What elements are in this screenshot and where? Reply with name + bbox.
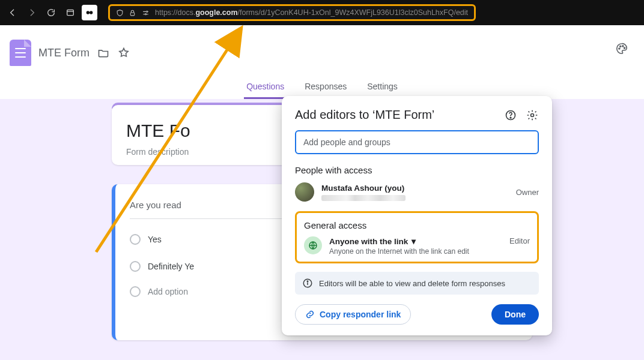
browser-bar: https://docs.google.com/forms/d/1yConK4U… bbox=[0, 0, 644, 25]
svg-point-13 bbox=[531, 113, 534, 116]
general-access-heading: General access bbox=[304, 220, 530, 230]
url-text: https://docs.google.com/forms/d/1yConK4U… bbox=[155, 8, 468, 17]
shield-icon bbox=[116, 9, 124, 17]
svg-point-7 bbox=[619, 48, 620, 49]
tab-questions[interactable]: Questions bbox=[244, 78, 287, 99]
add-people-input[interactable]: Add people and groups bbox=[295, 130, 539, 154]
reload-icon[interactable] bbox=[43, 5, 59, 20]
help-icon[interactable] bbox=[504, 109, 517, 122]
star-icon[interactable] bbox=[117, 46, 130, 59]
notice-text: Editors will be able to view and delete … bbox=[319, 279, 505, 288]
radio-icon[interactable] bbox=[130, 286, 141, 297]
window-icon[interactable] bbox=[62, 5, 78, 20]
option-label[interactable]: Yes bbox=[148, 235, 162, 244]
svg-point-2 bbox=[90, 11, 93, 14]
tune-icon bbox=[141, 9, 150, 17]
person-email-blurred bbox=[321, 195, 406, 201]
input-placeholder: Add people and groups bbox=[303, 137, 390, 147]
mask-icon[interactable] bbox=[82, 5, 97, 20]
avatar bbox=[295, 182, 314, 202]
svg-point-12 bbox=[510, 117, 511, 118]
lock-icon bbox=[129, 9, 136, 17]
form-name[interactable]: MTE Form bbox=[38, 47, 90, 59]
general-access-section: General access Anyone with the link ▾ An… bbox=[295, 211, 539, 263]
svg-point-10 bbox=[624, 47, 625, 49]
access-scope-label: Anyone with the link bbox=[329, 237, 408, 246]
add-option-label[interactable]: Add option bbox=[148, 287, 188, 296]
back-icon[interactable] bbox=[5, 5, 20, 20]
svg-point-16 bbox=[307, 281, 308, 282]
person-name: Mustafa Ashour (you) bbox=[321, 184, 406, 193]
role-label: Owner bbox=[516, 188, 539, 197]
forms-logo-icon[interactable] bbox=[10, 40, 31, 66]
access-scope-selector[interactable]: Anyone with the link ▾ bbox=[329, 236, 502, 246]
theme-icon[interactable] bbox=[613, 40, 631, 58]
radio-icon[interactable] bbox=[130, 234, 141, 245]
svg-rect-3 bbox=[130, 12, 135, 15]
svg-point-5 bbox=[145, 13, 146, 14]
svg-point-9 bbox=[622, 46, 624, 47]
dialog-title: Add editors to ‘MTE Form’ bbox=[295, 108, 434, 122]
copy-link-label: Copy responder link bbox=[320, 310, 401, 319]
svg-point-1 bbox=[87, 11, 90, 14]
option-label[interactable]: Definitely Ye bbox=[148, 262, 194, 271]
svg-rect-0 bbox=[67, 10, 74, 15]
svg-point-8 bbox=[620, 46, 621, 47]
info-icon bbox=[302, 278, 313, 289]
share-dialog: Add editors to ‘MTE Form’ Add people and… bbox=[282, 96, 552, 335]
globe-icon bbox=[304, 236, 322, 254]
forward-icon[interactable] bbox=[24, 5, 40, 20]
caret-down-icon: ▾ bbox=[412, 236, 416, 246]
copy-responder-link-button[interactable]: Copy responder link bbox=[295, 304, 411, 325]
access-role-selector[interactable]: Editor bbox=[509, 236, 530, 245]
people-with-access-heading: People with access bbox=[295, 165, 539, 175]
folder-icon[interactable] bbox=[97, 46, 110, 59]
forms-header: MTE Form bbox=[0, 25, 644, 72]
url-bar[interactable]: https://docs.google.com/forms/d/1yConK4U… bbox=[108, 4, 476, 21]
radio-icon[interactable] bbox=[130, 261, 141, 272]
editor-notice: Editors will be able to view and delete … bbox=[295, 272, 539, 295]
done-button[interactable]: Done bbox=[491, 304, 539, 325]
link-icon bbox=[305, 310, 315, 319]
gear-icon[interactable] bbox=[526, 109, 539, 122]
person-row: Mustafa Ashour (you) Owner bbox=[295, 182, 539, 202]
access-subtitle: Anyone on the Internet with the link can… bbox=[329, 247, 502, 256]
svg-point-4 bbox=[147, 11, 148, 12]
